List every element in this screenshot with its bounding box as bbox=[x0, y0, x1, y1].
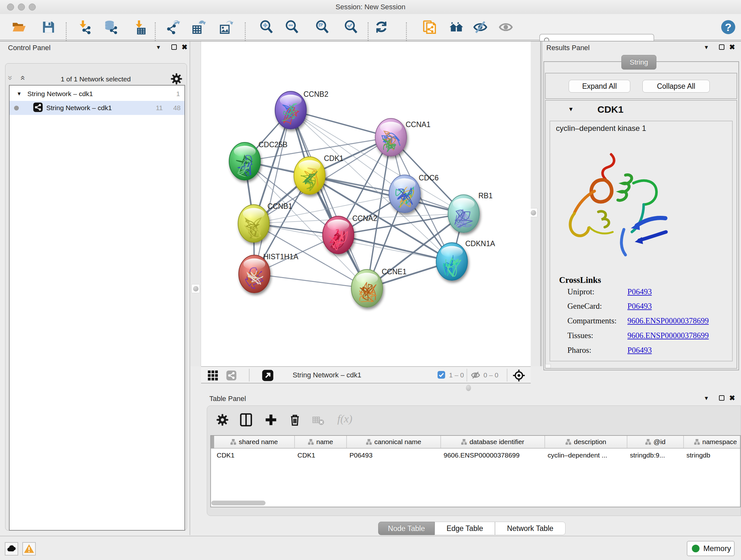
network-node-CDC6[interactable]: CDC6 bbox=[389, 174, 439, 212]
expand-all-button[interactable]: Expand All bbox=[569, 80, 630, 92]
column-header-description[interactable]: description bbox=[545, 436, 627, 448]
help-icon[interactable]: ? bbox=[721, 19, 736, 35]
new-network-from-selection-icon[interactable] bbox=[421, 19, 437, 35]
hidden-eye-icon[interactable] bbox=[471, 370, 480, 381]
zoom-out-icon[interactable] bbox=[284, 19, 300, 35]
column-header-namespace[interactable]: namespace bbox=[684, 436, 741, 448]
horizontal-scrollbar[interactable] bbox=[211, 501, 266, 505]
tab-network-table[interactable]: Network Table bbox=[495, 522, 565, 535]
results-divider-line bbox=[540, 42, 541, 366]
table-cell[interactable]: cyclin–dependent ... bbox=[545, 449, 627, 461]
import-network-icon[interactable] bbox=[77, 19, 93, 35]
zoom-fit-icon[interactable] bbox=[315, 19, 330, 35]
node-label: CCNB1 bbox=[267, 202, 292, 210]
crosslink-link[interactable]: P06493 bbox=[627, 302, 652, 311]
birds-eye-icon[interactable] bbox=[512, 369, 526, 383]
network-node-RB1[interactable]: RB1 bbox=[448, 192, 493, 233]
tab-node-table[interactable]: Node Table bbox=[378, 522, 434, 535]
import-database-icon[interactable] bbox=[103, 19, 118, 35]
table-cell[interactable]: stringdb bbox=[684, 449, 741, 461]
panel-menu-icon[interactable]: ▼ bbox=[156, 44, 161, 51]
network-node-CDKN1A[interactable]: CDKN1A bbox=[436, 240, 495, 280]
panel-float-icon[interactable] bbox=[172, 44, 177, 50]
protein-name: CDK1 bbox=[597, 104, 623, 115]
panel-close-icon[interactable]: ✖ bbox=[182, 43, 187, 51]
panel-float-icon[interactable] bbox=[719, 44, 724, 50]
gear-icon[interactable] bbox=[171, 73, 183, 86]
panel-close-icon[interactable]: ✖ bbox=[729, 394, 735, 402]
network-list-icon[interactable] bbox=[226, 370, 237, 382]
panel-menu-icon[interactable]: ▼ bbox=[704, 395, 709, 401]
network-node-CCNE1[interactable]: CCNE1 bbox=[351, 267, 407, 307]
function-builder-icon[interactable]: f(x) bbox=[337, 413, 352, 425]
network-row-selected[interactable]: String Network – cdk1 11 48 bbox=[10, 101, 185, 115]
open-session-icon[interactable] bbox=[11, 19, 26, 35]
table-cell[interactable]: 9606.ENSP00000378699 bbox=[441, 449, 545, 461]
table-cell[interactable]: CDK1 bbox=[295, 449, 347, 461]
zoom-selected-icon[interactable] bbox=[343, 19, 359, 35]
collapse-all-tree-icon[interactable]: » bbox=[7, 76, 14, 80]
column-header-label: name bbox=[316, 438, 333, 446]
show-all-icon[interactable] bbox=[498, 19, 514, 35]
column-header-name[interactable]: name bbox=[295, 436, 347, 448]
table-gear-icon[interactable] bbox=[216, 414, 229, 428]
save-session-icon[interactable] bbox=[41, 19, 56, 35]
network-collection-row[interactable]: ▼ String Network – cdk1 1 bbox=[10, 87, 185, 101]
table-cell[interactable]: P06493 bbox=[347, 449, 441, 461]
panel-float-icon[interactable] bbox=[719, 395, 724, 401]
network-edge[interactable] bbox=[291, 110, 367, 288]
network-edge[interactable] bbox=[338, 235, 452, 261]
selected-checkbox-icon[interactable] bbox=[437, 371, 446, 380]
add-column-icon[interactable] bbox=[264, 413, 278, 428]
panel-menu-icon[interactable]: ▼ bbox=[704, 44, 709, 51]
column-header--id[interactable]: @id bbox=[627, 436, 684, 448]
zoom-in-icon[interactable] bbox=[259, 19, 274, 35]
tab-edge-table[interactable]: Edge Table bbox=[434, 522, 495, 535]
expand-all-tree-icon[interactable]: » bbox=[19, 76, 25, 80]
delete-table-icon[interactable] bbox=[313, 415, 325, 428]
column-header-canonical-name[interactable]: canonical name bbox=[347, 436, 441, 448]
vertical-splitter-handle[interactable] bbox=[466, 385, 471, 391]
export-network-icon[interactable] bbox=[165, 19, 181, 35]
network-node-CCNA2[interactable]: CCNA2 bbox=[323, 214, 377, 254]
network-node-HIST1H1A[interactable]: HIST1H1A bbox=[239, 253, 299, 293]
delete-column-icon[interactable] bbox=[288, 413, 301, 428]
network-canvas[interactable]: CCNB2CCNA1CDC25BCDK1CDC6RB1CCNB1CCNA2CDK… bbox=[201, 42, 531, 366]
first-neighbors-icon[interactable] bbox=[449, 19, 464, 35]
tab-string[interactable]: String bbox=[621, 55, 657, 70]
table-cell[interactable]: stringdb:9... bbox=[627, 449, 684, 461]
column-header-database-identifier[interactable]: database identifier bbox=[441, 436, 545, 448]
left-splitter[interactable] bbox=[190, 42, 201, 366]
detach-view-icon[interactable] bbox=[262, 369, 274, 383]
table-cell[interactable]: CDK1 bbox=[214, 449, 295, 461]
svg-text:?: ? bbox=[725, 21, 732, 33]
import-table-icon[interactable] bbox=[132, 19, 147, 35]
tree-expand-icon[interactable]: ▼ bbox=[17, 91, 22, 97]
crosslink-link[interactable]: P06493 bbox=[627, 287, 652, 296]
select-columns-icon[interactable] bbox=[239, 413, 253, 428]
warning-icon[interactable] bbox=[22, 542, 36, 556]
grid-view-icon[interactable] bbox=[207, 370, 218, 382]
node-label: HIST1H1A bbox=[263, 253, 299, 261]
export-image-icon[interactable] bbox=[218, 19, 233, 35]
network-node-CDC25B[interactable]: CDC25B bbox=[229, 140, 287, 180]
protein-collapse-icon[interactable]: ▼ bbox=[568, 106, 574, 113]
network-edge[interactable] bbox=[254, 110, 291, 274]
refresh-icon[interactable] bbox=[374, 19, 389, 35]
network-node-CDK1[interactable]: CDK1 bbox=[294, 154, 343, 194]
crosslink-link[interactable]: P06493 bbox=[627, 346, 652, 355]
crosslink-link[interactable]: 9606.ENSP00000378699 bbox=[627, 316, 709, 325]
hide-selected-icon[interactable] bbox=[473, 19, 488, 35]
column-header-shared-name[interactable]: shared name bbox=[214, 436, 295, 448]
selected-count: 1 – 0 bbox=[449, 371, 464, 379]
crosslink-link[interactable]: 9606.ENSP00000378699 bbox=[627, 331, 709, 340]
cloud-icon[interactable] bbox=[5, 542, 18, 556]
panel-close-icon[interactable]: ✖ bbox=[729, 43, 735, 51]
network-view-toolbar: String Network – cdk1 1 – 0 0 – 0 bbox=[201, 366, 531, 383]
network-node-CCNB2[interactable]: CCNB2 bbox=[275, 90, 328, 129]
export-table-icon[interactable] bbox=[191, 19, 206, 35]
left-splitter-handle[interactable] bbox=[192, 284, 200, 293]
memory-button[interactable]: Memory bbox=[687, 541, 735, 556]
network-edge[interactable] bbox=[254, 274, 367, 288]
collapse-all-button[interactable]: Collapse All bbox=[643, 80, 710, 92]
